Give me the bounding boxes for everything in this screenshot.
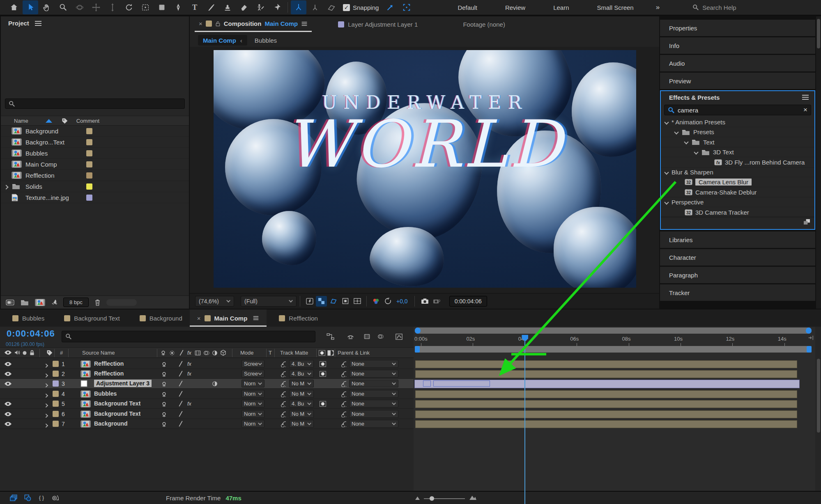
work-area-start-handle[interactable]: [415, 346, 420, 353]
parent-dropdown[interactable]: None: [349, 390, 398, 398]
timeline-tab-background-text[interactable]: Background Text: [57, 309, 127, 327]
label-swatch[interactable]: [86, 139, 92, 145]
expand-chevron[interactable]: [44, 402, 48, 408]
matte-pickwhip-icon[interactable]: [280, 361, 286, 367]
track-matte-dropdown[interactable]: 4. Bu: [289, 400, 314, 408]
snap-frame-icon[interactable]: [399, 0, 414, 14]
region-of-interest-icon[interactable]: [328, 296, 339, 307]
layer-row-7[interactable]: 7 Background Norn No M None: [0, 419, 414, 429]
brush-tool[interactable]: [203, 0, 219, 14]
expand-chevron[interactable]: [44, 382, 48, 388]
track-matte-dropdown[interactable]: No M: [289, 380, 314, 387]
expand-chevron[interactable]: [1, 183, 11, 190]
collapse-toggle[interactable]: [161, 371, 167, 377]
project-item-solids[interactable]: Solids: [1, 181, 189, 192]
motion-blur-icon[interactable]: [375, 331, 387, 342]
eye-toggle[interactable]: [4, 422, 12, 426]
timeline-tab-background[interactable]: Background: [132, 309, 190, 327]
sidebar-tab-properties[interactable]: Properties: [660, 20, 815, 36]
track-matte-dropdown[interactable]: 4. Bu: [289, 360, 314, 368]
layer-name[interactable]: Background Text: [94, 400, 140, 407]
timeline-tab-bubbles[interactable]: Bubbles: [5, 309, 52, 327]
work-area-end-handle[interactable]: [807, 346, 812, 353]
snap-arrow-icon[interactable]: [382, 0, 398, 14]
in-out-icon[interactable]: [808, 335, 814, 341]
quality-toggle[interactable]: [178, 380, 183, 387]
interpret-footage-icon[interactable]: [6, 300, 14, 305]
clear-search-icon[interactable]: ×: [803, 106, 807, 114]
render-engine-icon[interactable]: [51, 299, 57, 306]
layer-name[interactable]: Adjustment Layer 3: [94, 380, 152, 387]
track-matte-dropdown[interactable]: 4. Bu: [289, 370, 314, 378]
matte-enabled-icon[interactable]: [320, 401, 326, 407]
sidebar-tab-audio[interactable]: Audio: [660, 55, 815, 71]
shy-layers-icon[interactable]: [344, 331, 356, 342]
playhead-line[interactable]: [524, 341, 525, 504]
view-axis-tool[interactable]: [324, 0, 339, 14]
expand-chevron[interactable]: [44, 422, 48, 428]
fast-preview-icon[interactable]: [304, 296, 315, 307]
grid-guides-icon[interactable]: [352, 296, 363, 307]
effects-tree-item-presets[interactable]: Presets: [661, 127, 814, 137]
chevron-down-icon[interactable]: [684, 140, 688, 144]
parent-dropdown[interactable]: None: [349, 410, 398, 418]
track-matte-column[interactable]: Track Matte: [280, 350, 308, 356]
timeline-h-scrollbar[interactable]: [415, 328, 812, 334]
rotate-tool[interactable]: [121, 0, 137, 14]
panel-menu-icon[interactable]: [802, 97, 809, 98]
graph-editor-icon[interactable]: [393, 331, 405, 342]
current-time-display[interactable]: 0:00:04:06: [7, 328, 55, 339]
scrollbar-cap-right[interactable]: [806, 328, 812, 334]
layer-bar[interactable]: [415, 370, 797, 378]
matte-enabled-icon[interactable]: [320, 371, 326, 377]
parent-dropdown[interactable]: None: [349, 380, 398, 387]
effect-duration-box[interactable]: [433, 380, 490, 387]
panel-menu-icon[interactable]: [35, 23, 41, 24]
parent-dropdown[interactable]: None: [349, 370, 398, 378]
viewer-stage[interactable]: UNDERWATER WORLD: [190, 47, 659, 293]
parent-pickwhip-icon[interactable]: [340, 421, 346, 427]
eye-toggle[interactable]: [4, 412, 12, 417]
hand-tool[interactable]: [39, 0, 55, 14]
matte-pickwhip-icon[interactable]: [280, 381, 286, 387]
quality-toggle[interactable]: [178, 371, 183, 377]
layer-name[interactable]: Background Text: [94, 410, 140, 417]
label-swatch[interactable]: [86, 172, 92, 179]
scrollbar-cap-left[interactable]: [415, 328, 421, 334]
layer-bar[interactable]: [415, 410, 797, 418]
layer-row-3[interactable]: 3 Adjustment Layer 3 Norn No M None: [0, 379, 414, 389]
matte-pickwhip-icon[interactable]: [280, 401, 286, 407]
chevron-down-icon[interactable]: [664, 120, 669, 124]
tab-footage[interactable]: Footage (none): [463, 21, 505, 28]
work-area-bar[interactable]: [415, 346, 812, 353]
orbit-tool[interactable]: [72, 0, 87, 14]
blend-mode-dropdown[interactable]: Norn: [241, 390, 264, 398]
trash-icon[interactable]: [94, 299, 101, 306]
transparency-grid-icon[interactable]: [316, 296, 327, 307]
zoom-out-mountain-icon[interactable]: [415, 496, 420, 500]
effects-search-input[interactable]: camera ×: [664, 105, 811, 115]
chevron-down-icon[interactable]: [664, 200, 669, 204]
panel-menu-icon[interactable]: [253, 318, 258, 318]
timeline-tab-main-comp[interactable]: × Main Comp: [190, 309, 267, 327]
effects-tree-item-camera-lens-blur[interactable]: 32Camera Lens Blur: [661, 177, 814, 187]
layer-switches-toggle[interactable]: [7, 493, 20, 503]
project-column-header[interactable]: Name Comment: [1, 116, 189, 126]
parent-dropdown[interactable]: None: [349, 360, 398, 368]
project-item-refflection[interactable]: Refflection: [1, 170, 189, 181]
dolly-tool[interactable]: [105, 0, 120, 14]
camera-tool-tool[interactable]: [138, 0, 153, 14]
layer-name[interactable]: Background: [94, 420, 128, 427]
roto-brush-tool[interactable]: [253, 0, 268, 14]
new-animation-preset-icon[interactable]: [803, 219, 810, 225]
effects-tree-item-blur-sharpen[interactable]: Blur & Sharpen: [661, 167, 814, 177]
local-axis-tool[interactable]: [291, 0, 306, 14]
parent-pickwhip-icon[interactable]: [340, 401, 346, 407]
parent-dropdown[interactable]: None: [349, 400, 398, 408]
tab-layer[interactable]: Layer Adjustment Layer 1: [338, 21, 418, 28]
label-swatch[interactable]: [86, 150, 92, 156]
blend-mode-dropdown[interactable]: Norn: [241, 420, 264, 428]
column-comment[interactable]: Comment: [76, 118, 99, 124]
home-tool[interactable]: [6, 0, 22, 14]
close-icon[interactable]: ×: [197, 315, 201, 322]
